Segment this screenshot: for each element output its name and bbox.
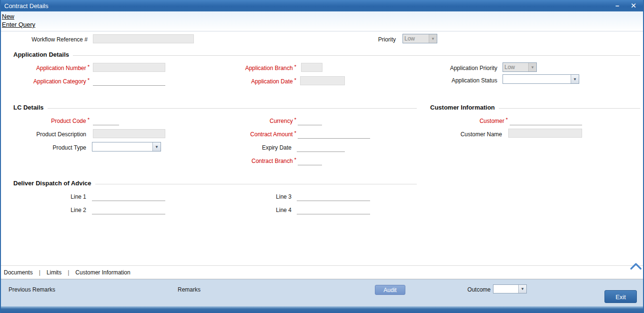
tab-customer-information[interactable]: Customer Information [75,269,130,276]
close-icon: ✕ [631,1,637,10]
bottom-tab-bar: Documents | Limits | Customer Informatio… [0,266,644,279]
line2-label: Line 2 [48,207,86,213]
customer-name-label: Customer Name [424,131,502,138]
application-date-label: Application Date* [210,78,296,85]
contract-amount-input[interactable] [298,131,370,139]
application-date-input [300,76,345,85]
section-rule [95,184,417,184]
application-number-input [93,63,165,72]
application-category-label: Application Category* [5,78,90,85]
chevron-down-icon: ▼ [429,34,437,43]
chevron-down-icon: ▼ [571,75,579,83]
application-status-select[interactable]: ▼ [503,74,579,84]
line4-label: Line 4 [252,207,292,213]
priority-value: Low [403,34,429,43]
expiry-date-label: Expiry Date [210,144,292,151]
application-status-label: Application Status [419,77,497,84]
product-code-input[interactable] [93,117,119,125]
section-rule [48,108,417,109]
scroll-top-button[interactable] [630,263,642,272]
contract-branch-input[interactable] [298,157,322,165]
minimize-button[interactable]: – [612,1,623,10]
tab-limits[interactable]: Limits [47,269,61,276]
required-asterisk: * [294,64,296,70]
tab-separator: | [68,269,69,276]
menu-bar: New Enter Query [0,11,644,31]
footer-bar: Previous Remarks Remarks Audit Outcome ▼… [0,279,644,306]
audit-button[interactable]: Audit [375,285,405,295]
section-rule [499,108,640,109]
required-asterisk: * [88,77,90,83]
close-button[interactable]: ✕ [628,1,639,10]
remarks-label: Remarks [178,286,201,293]
customer-label: Customer* [429,118,508,124]
required-asterisk: * [294,130,296,136]
enter-query-link[interactable]: Enter Query [2,21,35,28]
bottom-border-strip [0,306,644,313]
line2-input[interactable] [92,206,165,214]
priority-label: Priority [362,36,396,43]
contract-branch-label: Contract Branch* [210,158,296,164]
window-title: Contract Details [4,2,48,10]
required-asterisk: * [294,157,296,162]
tab-documents[interactable]: Documents [4,269,33,276]
section-title: Application Details [13,51,69,58]
priority-select: Low ▼ [402,34,437,43]
section-rule [73,55,640,56]
chevron-down-icon: ▼ [518,285,526,293]
application-branch-input [301,63,322,72]
line3-input[interactable] [297,193,370,201]
product-code-label: Product Code* [5,118,90,124]
section-title: LC Details [13,104,44,111]
customer-input[interactable] [510,117,582,125]
product-type-value [92,142,152,151]
section-customer-information: Customer Information [430,104,640,111]
expiry-date-input[interactable] [297,144,345,152]
currency-input[interactable] [298,117,322,125]
application-number-label: Application Number* [5,65,90,71]
previous-remarks-label: Previous Remarks [9,286,55,293]
window-left-border [0,0,1,313]
outcome-value [493,285,518,293]
required-asterisk: * [294,117,296,122]
currency-label: Currency* [210,118,296,124]
line1-input[interactable] [92,193,165,201]
chevron-down-icon: ▼ [152,142,161,151]
outcome-label: Outcome [453,286,491,293]
minimize-icon: – [615,2,619,10]
chevron-down-icon: ▼ [528,63,536,71]
section-title: Customer Information [430,104,495,111]
product-type-select[interactable]: ▼ [92,142,161,151]
contract-amount-label: Contract Amount* [210,131,296,138]
section-application-details: Application Details [13,51,640,58]
product-description-input [93,129,165,138]
workflow-reference-label: Workflow Reference # [5,36,88,43]
customer-name-input [508,129,582,138]
chevron-up-icon [630,263,642,270]
section-title: Deliver Dispatch of Advice [13,180,91,187]
product-description-label: Product Description [5,131,86,138]
required-asterisk: * [294,77,296,83]
line4-input[interactable] [297,206,370,214]
application-status-value [503,75,571,83]
title-bar: Contract Details – ✕ [0,0,644,11]
section-lc-details: LC Details [13,104,417,111]
required-asterisk: * [506,117,508,122]
outcome-select[interactable]: ▼ [493,284,527,293]
new-link[interactable]: New [2,13,14,20]
required-asterisk: * [88,64,90,70]
line1-label: Line 1 [48,193,86,200]
line3-label: Line 3 [252,193,292,200]
application-priority-value: Low [503,63,528,71]
application-category-input[interactable] [93,78,165,86]
application-priority-select: Low ▼ [503,62,537,72]
required-asterisk: * [88,117,90,122]
tab-separator: | [39,269,40,276]
product-type-label: Product Type [5,144,86,151]
application-branch-label: Application Branch* [210,65,296,71]
section-deliver-dispatch: Deliver Dispatch of Advice [13,180,417,187]
contract-details-window: Contract Details – ✕ New Enter Query Wor… [0,0,644,313]
workflow-reference-input [93,34,194,43]
application-priority-label: Application Priority [419,65,497,71]
exit-button[interactable]: Exit [604,290,637,303]
